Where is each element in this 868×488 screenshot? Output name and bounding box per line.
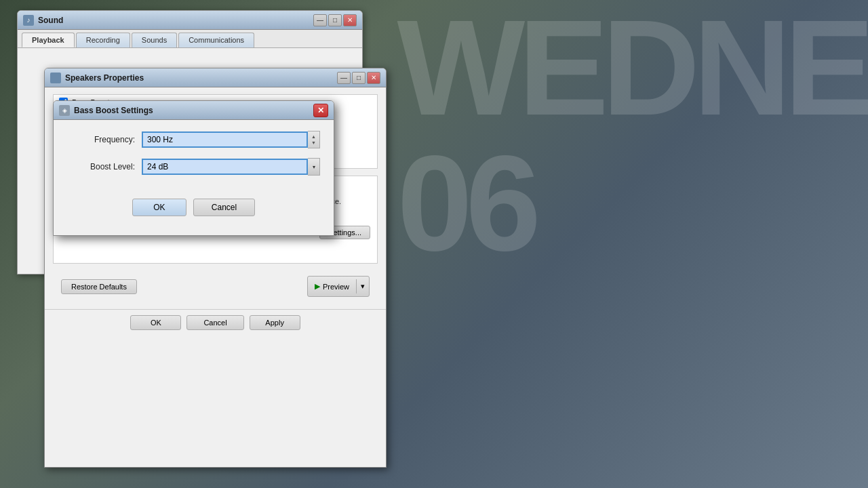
speakers-apply-button[interactable]: Apply	[250, 315, 300, 330]
sound-titlebar: ♪ Sound — □ ✕	[18, 11, 362, 30]
preview-button-group: ▶ Preview ▾	[307, 276, 370, 297]
tab-communications[interactable]: Communications	[178, 33, 254, 47]
sound-window-icon: ♪	[23, 15, 34, 26]
frequency-down-button[interactable]: ▼	[311, 140, 317, 146]
speakers-dialog-footer: OK Cancel Apply	[45, 309, 386, 336]
speakers-minimize-button[interactable]: —	[337, 72, 351, 84]
bass-boost-dialog: ◈ Bass Boost Settings ✕ Frequency: ▲ ▼ B…	[53, 100, 334, 236]
bass-dialog-footer: OK Cancel	[54, 196, 334, 226]
preview-play-icon: ▶	[315, 282, 320, 291]
frequency-label: Frequency:	[67, 135, 135, 144]
sound-maximize-button[interactable]: □	[328, 14, 342, 26]
sound-minimize-button[interactable]: —	[313, 14, 327, 26]
speakers-cancel-button[interactable]: Cancel	[186, 315, 243, 330]
preview-label: Preview	[323, 283, 349, 291]
restore-defaults-button[interactable]: Restore Defaults	[61, 279, 137, 294]
speakers-titlebar: Speakers Properties — □ ✕	[45, 68, 386, 87]
boost-level-row: Boost Level: 3 dB 6 dB 9 dB 12 dB 15 dB …	[67, 158, 320, 176]
frequency-spinner: ▲ ▼	[308, 131, 320, 148]
tab-sounds[interactable]: Sounds	[132, 33, 177, 47]
bass-dialog-close-button[interactable]: ✕	[313, 104, 328, 117]
bottom-buttons-row: Restore Defaults ▶ Preview ▾	[53, 270, 378, 302]
sound-close-button[interactable]: ✕	[343, 14, 357, 26]
speakers-ok-button[interactable]: OK	[130, 315, 181, 330]
bass-dialog-titlebar: ◈ Bass Boost Settings ✕	[54, 101, 334, 120]
frequency-input[interactable]	[142, 131, 308, 148]
speakers-close-button[interactable]: ✕	[367, 72, 380, 84]
sound-tabs: Playback Recording Sounds Communications	[18, 30, 362, 48]
speakers-maximize-button[interactable]: □	[352, 72, 366, 84]
tab-recording[interactable]: Recording	[76, 33, 130, 47]
bass-dialog-content: Frequency: ▲ ▼ Boost Level: 3 dB 6 dB 9 …	[54, 120, 334, 196]
tab-playback[interactable]: Playback	[22, 33, 75, 47]
frequency-row: Frequency: ▲ ▼	[67, 131, 320, 148]
preview-dropdown-button[interactable]: ▾	[357, 279, 369, 293]
frequency-input-wrapper: ▲ ▼	[142, 131, 320, 148]
bass-cancel-button[interactable]: Cancel	[193, 199, 255, 216]
speakers-window-icon	[50, 73, 61, 83]
bass-ok-button[interactable]: OK	[132, 199, 186, 216]
boost-level-label: Boost Level:	[67, 162, 135, 171]
speakers-window-title: Speakers Properties	[65, 73, 336, 83]
sound-window-title: Sound	[38, 16, 312, 25]
frequency-up-button[interactable]: ▲	[311, 134, 317, 140]
wallpaper-text: WEDNE06	[397, 0, 868, 271]
bass-dialog-icon: ◈	[59, 105, 70, 116]
boost-select-wrapper: 3 dB 6 dB 9 dB 12 dB 15 dB 18 dB 21 dB 2…	[142, 158, 320, 176]
bass-dialog-title: Bass Boost Settings	[74, 106, 313, 115]
boost-level-select[interactable]: 3 dB 6 dB 9 dB 12 dB 15 dB 18 dB 21 dB 2…	[142, 159, 308, 175]
boost-dropdown-arrow[interactable]: ▾	[308, 158, 320, 176]
preview-main-button[interactable]: ▶ Preview	[308, 279, 357, 293]
